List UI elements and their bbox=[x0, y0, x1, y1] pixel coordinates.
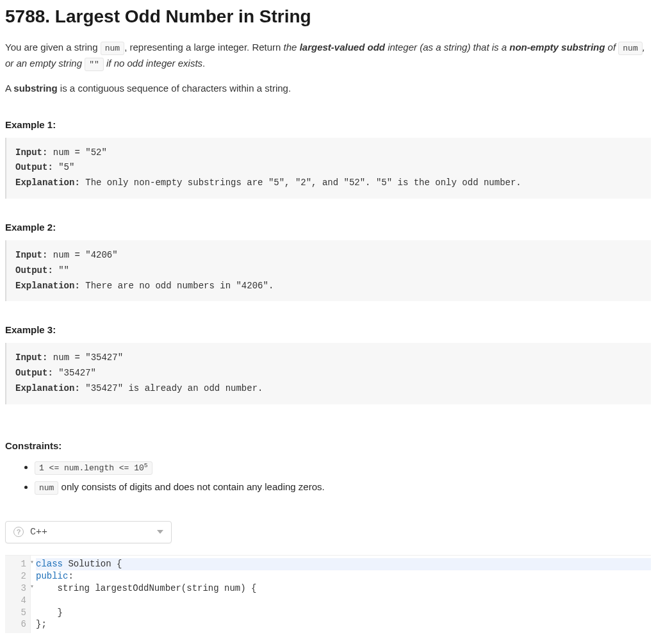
language-selector[interactable]: ? C++ bbox=[5, 521, 172, 543]
line-number: 6 bbox=[10, 618, 29, 631]
code-token-num: num bbox=[618, 42, 642, 55]
line-number: 2 bbox=[10, 570, 29, 582]
emphasis: the bbox=[284, 42, 300, 53]
output-label: Output: bbox=[15, 265, 53, 276]
input-value: num = "35427" bbox=[47, 352, 123, 363]
text: . bbox=[202, 58, 205, 69]
constraints-heading: Constraints: bbox=[5, 440, 651, 451]
line-number: 1 bbox=[10, 558, 29, 570]
text bbox=[36, 595, 79, 606]
line-number: 5 bbox=[10, 607, 29, 619]
example-2-block: Input: num = "4206" Output: "" Explanati… bbox=[5, 240, 651, 301]
text: Solution { bbox=[63, 559, 122, 569]
text: You are given a string bbox=[5, 42, 101, 53]
keyword: public bbox=[36, 571, 68, 581]
text: is a contiguous sequence of characters w… bbox=[58, 83, 291, 94]
output-value: "" bbox=[53, 265, 69, 276]
code-line[interactable]: }; bbox=[36, 618, 651, 631]
line-number: 3 bbox=[10, 582, 29, 595]
superscript: 5 bbox=[144, 461, 148, 468]
explanation-value: The only non-empty substrings are "5", "… bbox=[80, 178, 521, 188]
code-token-empty: "" bbox=[85, 58, 104, 71]
line-number: 4 bbox=[10, 595, 29, 607]
constraint-code: 1 <= num.length <= 105 bbox=[35, 461, 152, 475]
strong-emphasis: non-empty substring bbox=[509, 42, 605, 53]
example-1-block: Input: num = "52" Output: "5" Explanatio… bbox=[5, 138, 651, 199]
text: only consists of digits and does not con… bbox=[58, 481, 324, 492]
example-1-heading: Example 1: bbox=[5, 119, 651, 130]
emphasis: of bbox=[605, 42, 618, 53]
text: }; bbox=[36, 619, 47, 629]
problem-title: 5788. Largest Odd Number in String bbox=[5, 6, 651, 27]
code-line[interactable]: class Solution { bbox=[36, 558, 651, 570]
text: 1 <= num.length <= 10 bbox=[39, 463, 144, 473]
code-area[interactable]: class Solution {public: string largestOd… bbox=[31, 556, 651, 633]
help-icon[interactable]: ? bbox=[13, 527, 24, 537]
keyword: class bbox=[36, 559, 63, 569]
explanation-value: There are no odd numbers in "4206". bbox=[80, 281, 274, 291]
input-label: Input: bbox=[15, 250, 47, 260]
output-value: "5" bbox=[53, 162, 75, 172]
strong: substring bbox=[13, 83, 57, 94]
text: } bbox=[36, 607, 63, 618]
emphasis: if no odd integer exists bbox=[104, 58, 202, 69]
input-value: num = "52" bbox=[47, 147, 106, 158]
constraint-item: num only consists of digits and does not… bbox=[35, 479, 651, 495]
constraint-code: num bbox=[35, 481, 58, 495]
constraint-item: 1 <= num.length <= 105 bbox=[35, 459, 651, 475]
example-3-heading: Example 3: bbox=[5, 324, 651, 335]
example-2-heading: Example 2: bbox=[5, 222, 651, 233]
explanation-label: Explanation: bbox=[15, 281, 80, 291]
explanation-value: "35427" is already an odd number. bbox=[80, 383, 263, 393]
text: A bbox=[5, 83, 13, 94]
example-3-block: Input: num = "35427" Output: "35427" Exp… bbox=[5, 343, 651, 404]
code-editor[interactable]: 1 2 3 4 5 6 class Solution {public: stri… bbox=[5, 555, 651, 633]
output-label: Output: bbox=[15, 162, 53, 172]
line-gutter: 1 2 3 4 5 6 bbox=[5, 556, 31, 633]
constraints-list: 1 <= num.length <= 105 num only consists… bbox=[5, 459, 651, 495]
code-line[interactable] bbox=[36, 595, 651, 607]
code-line[interactable]: public: bbox=[36, 570, 651, 582]
chevron-down-icon bbox=[157, 530, 163, 534]
text: , representing a large integer. Return bbox=[124, 42, 283, 53]
code-token-num: num bbox=[101, 42, 124, 55]
input-label: Input: bbox=[15, 352, 47, 363]
problem-description-2: A substring is a contiguous sequence of … bbox=[5, 81, 651, 96]
code-line[interactable]: string largestOddNumber(string num) { bbox=[36, 582, 651, 595]
text: string largestOddNumber(string num) { bbox=[36, 583, 256, 593]
output-value: "35427" bbox=[53, 368, 96, 378]
output-label: Output: bbox=[15, 368, 53, 378]
input-label: Input: bbox=[15, 147, 47, 158]
language-label: C++ bbox=[30, 527, 47, 538]
problem-description-1: You are given a string num, representing… bbox=[5, 40, 651, 72]
input-value: num = "4206" bbox=[47, 250, 117, 260]
text: : bbox=[68, 571, 73, 581]
emphasis: integer (as a string) that is a bbox=[385, 42, 509, 53]
explanation-label: Explanation: bbox=[15, 383, 80, 393]
strong-emphasis: largest-valued odd bbox=[300, 42, 385, 53]
explanation-label: Explanation: bbox=[15, 178, 80, 188]
code-line[interactable]: } bbox=[36, 607, 651, 619]
